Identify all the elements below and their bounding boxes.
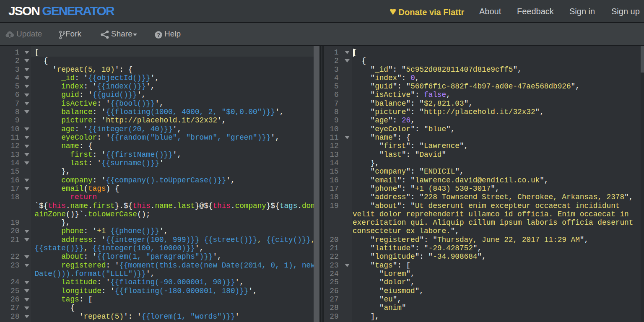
svg-text:?: ? — [156, 31, 160, 38]
